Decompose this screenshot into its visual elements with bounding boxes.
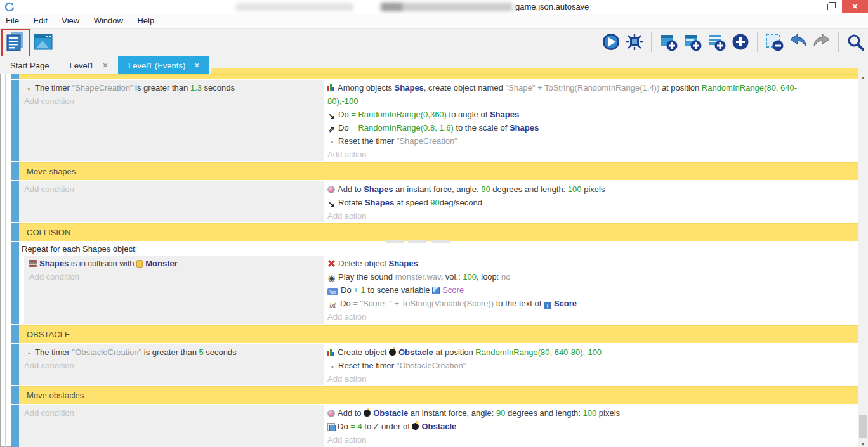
events-editor-button[interactable] bbox=[4, 30, 26, 53]
event-handle[interactable] bbox=[11, 74, 19, 79]
add-event-button[interactable] bbox=[659, 32, 678, 52]
foreach-header[interactable]: Repeat for each Shapes object: bbox=[19, 242, 858, 256]
action-row[interactable]: Add to Shapes an instant force, angle: 9… bbox=[327, 183, 853, 196]
comment-row[interactable]: OBSTACLE bbox=[11, 325, 858, 343]
menu-edit[interactable]: Edit bbox=[27, 14, 53, 28]
text-segment: "Shape" + ToString(RandomInRange(1,4)) bbox=[506, 83, 660, 93]
conditions-cell: ◔The timer "ShapeCreation" is greater th… bbox=[19, 80, 324, 161]
event-handle[interactable] bbox=[11, 325, 19, 343]
tab-close-icon[interactable]: × bbox=[103, 60, 108, 70]
event-block: Add condition Add to Shapes an instant f… bbox=[11, 181, 858, 222]
tab-start-page[interactable]: Start Page bbox=[0, 56, 59, 74]
scale-icon: ⇗ bbox=[327, 126, 336, 134]
menu-view[interactable]: View bbox=[56, 14, 85, 28]
search-button[interactable] bbox=[846, 32, 865, 51]
menu-bar: File Edit View Window Help bbox=[0, 14, 868, 29]
zorder-icon bbox=[327, 423, 335, 431]
add-action-button[interactable]: Add action bbox=[327, 209, 853, 222]
add-action-button[interactable]: Add action bbox=[327, 372, 853, 385]
action-row[interactable]: ◉Play the sound monster.wav, vol.: 100, … bbox=[327, 270, 853, 283]
scene-editor-button[interactable] bbox=[32, 30, 54, 53]
text-segment: is in collision with bbox=[69, 259, 136, 268]
add-subevent-button[interactable] bbox=[683, 32, 702, 52]
vertical-scrollbar[interactable]: ▲ ▼ bbox=[858, 74, 868, 447]
text-segment: pixels bbox=[582, 185, 605, 194]
text-segment: "ObstacleCreation" bbox=[72, 347, 142, 357]
action-row[interactable]: ⇗Do = RandomInRange(0.8, 1.6) to the sca… bbox=[327, 121, 853, 134]
text-segment: Shapes bbox=[39, 259, 69, 268]
add-condition-button[interactable]: Add condition bbox=[29, 270, 319, 283]
comment-row[interactable]: Move obstacles bbox=[11, 386, 858, 404]
action-row[interactable]: Among objects Shapes, create object name… bbox=[327, 81, 853, 108]
condition-row[interactable]: ◔The timer "ShapeCreation" is greater th… bbox=[24, 81, 319, 94]
comment-row[interactable]: Move shapes bbox=[11, 162, 858, 180]
add-plus-button[interactable] bbox=[731, 32, 750, 51]
redo-button[interactable] bbox=[812, 32, 831, 51]
action-row[interactable]: Create object Obstacle at position Rando… bbox=[327, 346, 853, 359]
condition-row[interactable]: ◔The timer "ObstacleCreation" is greater… bbox=[24, 346, 319, 359]
add-condition-button[interactable]: Add condition bbox=[24, 94, 319, 108]
event-handle[interactable] bbox=[11, 162, 19, 180]
txt-icon: txt bbox=[327, 301, 338, 309]
event-handle[interactable] bbox=[11, 405, 19, 447]
comment-row-partial[interactable] bbox=[11, 74, 858, 79]
action-row[interactable]: ↘Do = RandomInRange(0,360) to angle of S… bbox=[327, 108, 853, 121]
add-action-button[interactable]: Add action bbox=[327, 310, 853, 323]
add-comment-button[interactable] bbox=[707, 32, 727, 52]
text-segment: an instant force, angle: bbox=[393, 185, 481, 194]
tab-close-icon[interactable]: × bbox=[194, 60, 199, 70]
text-segment: Shapes bbox=[490, 110, 519, 119]
conditions-cell: Shapes is in collision with Monster Add … bbox=[24, 256, 324, 324]
tab-level1-events[interactable]: Level1 (Events) × bbox=[118, 56, 210, 74]
close-button[interactable]: × bbox=[842, 0, 868, 13]
add-action-button[interactable]: Add action bbox=[327, 433, 853, 446]
text-segment: , create object named bbox=[424, 83, 506, 93]
action-row[interactable]: Add to Obstacle an instant force, angle:… bbox=[327, 406, 853, 420]
event-handle[interactable] bbox=[11, 80, 19, 161]
comment-row[interactable]: COLLISION bbox=[11, 223, 858, 241]
text-segment: Do bbox=[338, 110, 351, 119]
app-logo-icon bbox=[4, 2, 15, 15]
maximize-button[interactable] bbox=[821, 0, 840, 13]
action-row[interactable]: Delete object Shapes bbox=[327, 257, 853, 270]
text-segment: Among objects bbox=[338, 83, 395, 93]
add-action-button[interactable]: Add action bbox=[327, 148, 853, 161]
action-row[interactable]: VarDo + 1 to scene variable Score bbox=[327, 283, 853, 297]
text-segment: monster.wav bbox=[395, 272, 441, 282]
event-handle[interactable] bbox=[11, 181, 19, 222]
event-handle[interactable] bbox=[11, 223, 19, 241]
text-segment: to Z-order of bbox=[362, 422, 412, 431]
text-segment: = RandomInRange(0,360) bbox=[351, 110, 447, 119]
condition-row[interactable]: Shapes is in collision with Monster bbox=[29, 257, 319, 270]
menu-help[interactable]: Help bbox=[131, 14, 160, 28]
minimize-button[interactable]: − bbox=[801, 0, 820, 13]
window-title: game.json.autosave bbox=[515, 2, 589, 11]
action-row[interactable]: ↘Rotate Shapes at speed 90deg/second bbox=[327, 196, 853, 209]
remove-event-button[interactable] bbox=[765, 32, 784, 52]
add-condition-button[interactable]: Add condition bbox=[24, 359, 319, 372]
event-handle[interactable] bbox=[11, 344, 19, 385]
action-row[interactable]: txtDo = "Score: " + ToString(Variable(Sc… bbox=[327, 297, 853, 310]
action-row[interactable]: ◔Reset the timer "ShapeCreation" bbox=[327, 134, 853, 148]
event-handle[interactable] bbox=[11, 242, 19, 324]
scroll-up-icon[interactable]: ▲ bbox=[858, 75, 868, 80]
text-segment: 90 bbox=[496, 408, 505, 418]
menu-window[interactable]: Window bbox=[88, 14, 129, 28]
add-condition-button[interactable]: Add condition bbox=[24, 406, 319, 420]
undo-button[interactable] bbox=[789, 32, 808, 51]
action-row[interactable]: ◔Reset the timer "ObstacleCreation" bbox=[327, 359, 853, 372]
add-condition-button[interactable]: Add condition bbox=[24, 183, 319, 196]
scroll-down-icon[interactable]: ▼ bbox=[858, 442, 868, 446]
actions-cell: Create object Obstacle at position Rando… bbox=[324, 344, 858, 385]
event-handle[interactable] bbox=[11, 386, 19, 404]
text-segment: to the scale of bbox=[454, 123, 510, 133]
redacted-text bbox=[236, 3, 353, 11]
text-segment: no bbox=[501, 272, 510, 282]
text-segment: seconds bbox=[202, 83, 235, 93]
menu-file[interactable]: File bbox=[0, 14, 25, 28]
scrollbar-thumb[interactable] bbox=[859, 415, 867, 438]
action-row[interactable]: Do = 4 to Z-order of Obstacle bbox=[327, 420, 853, 433]
tab-level1[interactable]: Level1 × bbox=[59, 56, 118, 74]
debug-button[interactable] bbox=[625, 32, 644, 51]
play-button[interactable] bbox=[602, 32, 621, 51]
